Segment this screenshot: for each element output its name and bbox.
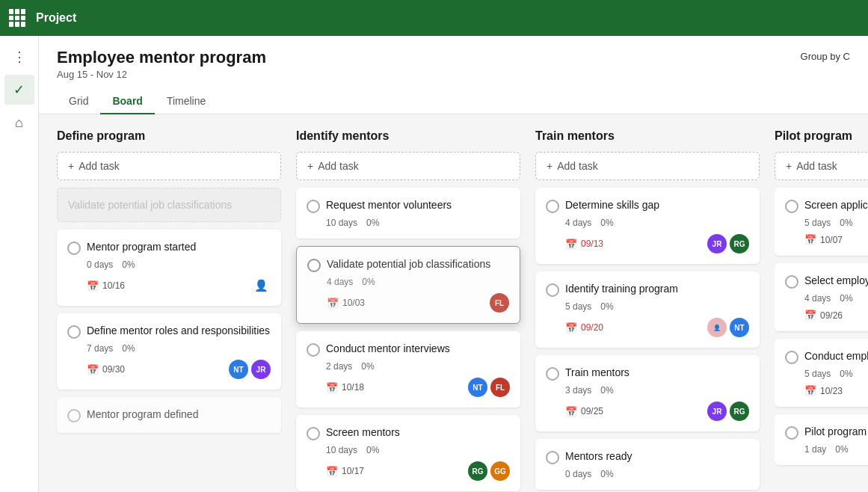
task-avatars: NT JR [229, 360, 271, 379]
task-card-mentor-started[interactable]: Mentor program started 0 days 0% 📅 10/16… [57, 230, 281, 306]
add-task-define[interactable]: + Add task [57, 152, 281, 180]
assign-icon[interactable]: 👤 [251, 276, 271, 295]
task-circle[interactable] [546, 451, 559, 464]
task-days: 5 days [804, 218, 831, 228]
avatar-nt: NT [730, 318, 749, 337]
task-title: Mentor program started [87, 240, 196, 253]
task-card-skills-gap[interactable]: Determine skills gap 4 days 0% 📅 09/13 J… [535, 188, 760, 264]
task-card-select-employees[interactable]: Select employees 4 days 0% 📅 09/26 [775, 263, 868, 331]
task-card-mentors-ready[interactable]: Mentors ready 0 days 0% [535, 439, 760, 490]
task-card-conduct-employee[interactable]: Conduct emplo... 5 days 0% 📅 10/23 [775, 339, 868, 407]
task-title: Request mentor volunteers [326, 198, 452, 212]
task-circle[interactable] [785, 426, 798, 440]
task-progress: 0% [366, 445, 379, 455]
task-date: 📅 09/26 [804, 310, 843, 321]
task-avatars: 👤 [251, 276, 271, 295]
task-circle[interactable] [546, 200, 559, 213]
task-circle[interactable] [307, 259, 321, 272]
task-circle[interactable] [67, 409, 81, 422]
task-card-program-defined[interactable]: Mentor program defined [57, 397, 281, 433]
task-title: Screen mentors [326, 425, 400, 439]
avatar-rg: RG [730, 402, 749, 421]
task-progress: 0% [840, 218, 852, 228]
task-title: Determine skills gap [565, 198, 659, 212]
app-grid-icon[interactable] [9, 9, 27, 27]
task-circle[interactable] [307, 427, 320, 440]
task-card-train-mentors[interactable]: Train mentors 3 days 0% 📅 09/25 JR R [535, 355, 760, 431]
task-progress: 0% [122, 259, 135, 270]
task-card-pilot-program[interactable]: Pilot program 1 day 0% [775, 414, 868, 465]
task-card-conduct-interviews[interactable]: Conduct mentor interviews 2 days 0% 📅 10… [296, 331, 520, 408]
calendar-icon: 📅 [326, 382, 338, 393]
column-identify: Identify mentors + Add task Request ment… [296, 129, 520, 477]
task-date: 📅 09/25 [565, 406, 603, 417]
task-title: Validate potential job classifications [327, 257, 490, 271]
task-circle[interactable] [307, 343, 320, 357]
task-date: 📅 10/07 [804, 234, 843, 245]
plus-icon: + [547, 160, 552, 172]
add-task-pilot[interactable]: + Add task [775, 152, 868, 180]
column-train: Train mentors + Add task Determine skill… [535, 129, 760, 477]
add-task-identify[interactable]: + Add task [296, 152, 520, 180]
plus-icon: + [68, 160, 74, 172]
task-progress: 0% [122, 343, 135, 354]
header: Employee mentor program Aug 15 - Nov 12 … [39, 36, 868, 114]
tab-board[interactable]: Board [100, 89, 154, 114]
project-title: Employee mentor program [57, 48, 266, 67]
task-date: 📅 09/30 [87, 364, 125, 375]
task-avatars: 👤 NT [707, 318, 749, 337]
task-progress: 0% [361, 361, 374, 372]
task-card-validate-classifications[interactable]: Validate potential job classifications 4… [296, 246, 520, 324]
task-circle[interactable] [546, 367, 559, 381]
avatar-fl: FL [490, 378, 510, 397]
ghost-card-define: Validate potential job classifications [57, 188, 281, 222]
task-circle[interactable] [67, 242, 81, 255]
task-days: 4 days [804, 293, 831, 304]
tab-grid[interactable]: Grid [57, 89, 100, 114]
task-days: 5 days [804, 369, 831, 379]
task-title: Pilot program [804, 425, 867, 438]
avatar-rg: RG [730, 234, 749, 253]
task-progress: 0% [840, 369, 852, 379]
task-circle[interactable] [546, 283, 559, 297]
task-title: Conduct emplo... [804, 349, 868, 363]
add-task-train[interactable]: + Add task [535, 152, 760, 180]
task-avatars: JR RG [707, 234, 749, 253]
calendar-icon: 📅 [326, 466, 338, 477]
top-bar: Project [0, 0, 868, 36]
tab-timeline[interactable]: Timeline [155, 89, 218, 114]
nav-grid-icon[interactable]: ⌂ [4, 108, 34, 138]
task-days: 0 days [87, 259, 113, 270]
task-circle[interactable] [785, 275, 798, 289]
nav-home-icon[interactable]: ⋮ [4, 42, 34, 72]
task-circle[interactable] [307, 200, 320, 213]
task-card-define-roles[interactable]: Define mentor roles and responsibilities… [57, 313, 281, 390]
avatar-photo: 👤 [707, 318, 727, 337]
task-circle[interactable] [67, 325, 81, 339]
task-days: 3 days [565, 385, 591, 396]
task-days: 4 days [565, 218, 591, 228]
calendar-icon: 📅 [565, 239, 577, 250]
task-date: 📅 10/18 [326, 382, 364, 393]
column-title-define: Define program [57, 129, 281, 143]
task-progress: 0% [600, 385, 613, 396]
nav-check-icon[interactable]: ✓ [4, 75, 34, 105]
calendar-icon: 📅 [565, 406, 577, 417]
calendar-icon: 📅 [327, 298, 339, 309]
task-days: 4 days [327, 277, 353, 287]
avatar-gg: GG [490, 461, 510, 481]
task-circle[interactable] [785, 200, 798, 213]
avatar-jr: JR [707, 234, 727, 253]
task-card-training-program[interactable]: Identify training program 5 days 0% 📅 09… [535, 271, 760, 348]
task-date: 📅 10/17 [326, 466, 364, 477]
task-date: 📅 10/03 [327, 298, 365, 309]
task-card-screen-mentors[interactable]: Screen mentors 10 days 0% 📅 10/17 RG [296, 415, 520, 491]
task-title: Identify training program [565, 282, 678, 295]
group-by-label[interactable]: Group by C [801, 48, 850, 62]
task-circle[interactable] [785, 351, 798, 364]
task-card-screen-applicants[interactable]: Screen applicants 5 days 0% 📅 10/07 [775, 188, 868, 256]
task-progress: 0% [600, 218, 613, 228]
avatar-fl: FL [490, 293, 509, 313]
task-card-request-volunteers[interactable]: Request mentor volunteers 10 days 0% [296, 188, 520, 239]
task-days: 7 days [87, 343, 113, 354]
